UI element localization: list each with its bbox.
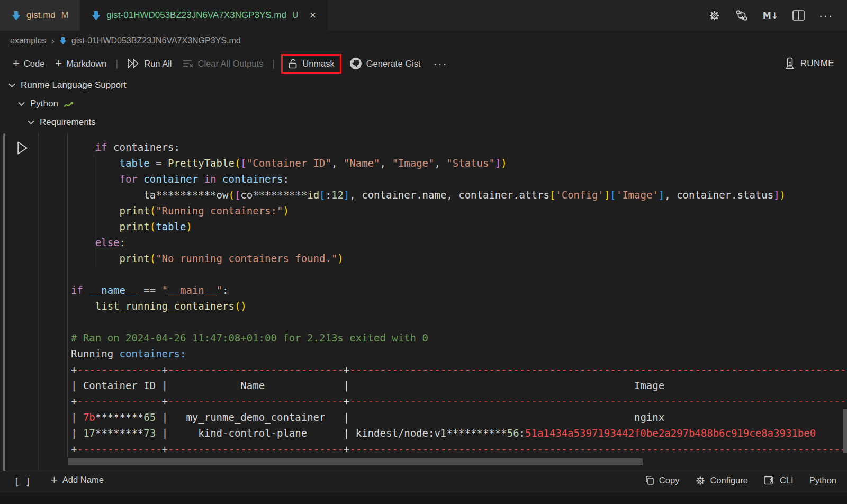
- open-changes-icon[interactable]: [735, 9, 749, 22]
- cell-focus-bar: [3, 133, 5, 473]
- execution-order-label: [ ]: [14, 476, 31, 487]
- tab-label: gist-01HWD053BZ23JN6VA7X3NGP3YS.md: [106, 10, 286, 21]
- clear-all-outputs-button[interactable]: Clear All Outputs: [177, 56, 269, 71]
- outline-label: Runme Language Support: [21, 80, 126, 91]
- more-actions-icon[interactable]: ···: [819, 12, 833, 19]
- outline-label: Python: [30, 98, 58, 109]
- runme-file-icon: [12, 11, 21, 21]
- cell-border: [38, 132, 39, 493]
- add-code-button[interactable]: + Code: [7, 56, 50, 71]
- chevron-right-icon: ›: [51, 35, 54, 47]
- tab-bar: gist.md M gist-01HWD053BZ23JN6VA7X3NGP3Y…: [0, 0, 847, 31]
- unmask-label: Unmask: [302, 59, 335, 69]
- untracked-badge: U: [292, 11, 299, 20]
- generate-gist-button[interactable]: Generate Gist: [344, 55, 426, 73]
- editor-actions: M↓ ···: [708, 0, 847, 31]
- markdown-preview-icon[interactable]: M↓: [763, 11, 778, 21]
- outline-item-requirements[interactable]: Requirements: [28, 117, 96, 128]
- horizontal-scrollbar[interactable]: [68, 458, 643, 465]
- cell-toolbar-right: Copy Configure: [644, 475, 836, 486]
- add-name-label: Add Name: [62, 475, 104, 485]
- tab-label: gist.md: [26, 10, 56, 21]
- run-all-label: Run All: [144, 59, 172, 69]
- plus-icon: +: [13, 59, 20, 68]
- run-cell-button[interactable]: [16, 141, 29, 155]
- generate-gist-label: Generate Gist: [366, 59, 421, 69]
- runme-badge[interactable]: RUNME: [784, 57, 847, 70]
- chevron-down-icon: [18, 102, 25, 106]
- outline-item-runme-language-support[interactable]: Runme Language Support: [8, 80, 126, 91]
- github-icon: [349, 57, 362, 70]
- plus-icon: +: [51, 475, 58, 485]
- snake-icon: [64, 100, 74, 109]
- vertical-scrollbar[interactable]: [843, 409, 847, 453]
- clear-all-icon: [183, 59, 194, 69]
- outline-item-python[interactable]: Python: [18, 98, 74, 109]
- code-editor[interactable]: if containers: table = PrettyTable(["Con…: [71, 139, 847, 457]
- toolbar-separator: |: [272, 58, 275, 69]
- runme-label: RUNME: [800, 58, 834, 69]
- more-cell-actions-icon[interactable]: ···: [434, 60, 448, 67]
- window-bottom-edge: [0, 493, 847, 504]
- copy-icon: [644, 475, 655, 486]
- add-code-label: Code: [24, 59, 44, 69]
- editor-left-border: [67, 133, 68, 457]
- cell-bottom-toolbar: [ ] + Add Name Copy: [0, 471, 847, 493]
- modified-badge: M: [61, 11, 68, 20]
- runme-file-icon: [59, 37, 67, 45]
- plus-icon: +: [55, 59, 62, 68]
- run-all-icon: [127, 58, 140, 69]
- breadcrumb: examples › gist-01HWD053BZ23JN6VA7X3NGP3…: [0, 31, 847, 50]
- split-editor-icon[interactable]: [792, 10, 805, 21]
- play-icon: [16, 141, 29, 155]
- tab-gist-file[interactable]: gist-01HWD053BZ23JN6VA7X3NGP3YS.md U ×: [80, 0, 328, 31]
- chevron-down-icon: [8, 83, 15, 87]
- tab-gist-md[interactable]: gist.md M: [0, 0, 80, 31]
- outline-label: Requirements: [40, 117, 96, 128]
- notebook-toolbar: + Code + Markdown | Run All Clear All Ou…: [0, 50, 847, 77]
- toolbar-separator: |: [115, 58, 118, 69]
- unlock-icon: [288, 58, 298, 69]
- language-picker[interactable]: Python: [809, 475, 836, 485]
- copy-button[interactable]: Copy: [644, 475, 680, 486]
- configure-label: Configure: [710, 475, 748, 485]
- cli-button[interactable]: CLI: [764, 475, 794, 486]
- annotation-highlight-box: Unmask: [281, 54, 341, 74]
- run-all-button[interactable]: Run All: [122, 56, 177, 71]
- add-markdown-button[interactable]: + Markdown: [50, 56, 112, 71]
- cli-icon: [764, 475, 776, 486]
- breadcrumb-file[interactable]: gist-01HWD053BZ23JN6VA7X3NGP3YS.md: [71, 36, 241, 46]
- runme-file-icon: [92, 11, 101, 21]
- close-icon[interactable]: ×: [310, 10, 317, 21]
- chevron-down-icon: [28, 120, 34, 124]
- gear-icon[interactable]: [708, 10, 720, 22]
- copy-label: Copy: [659, 475, 680, 485]
- add-name-button[interactable]: + Add Name: [51, 475, 104, 485]
- clear-all-label: Clear All Outputs: [198, 59, 264, 69]
- gear-icon: [695, 475, 706, 486]
- breadcrumb-folder[interactable]: examples: [10, 36, 46, 46]
- notebook-outline: Runme Language Support Python Requiremen…: [0, 77, 847, 132]
- add-markdown-label: Markdown: [66, 59, 106, 69]
- unmask-button[interactable]: Unmask: [283, 56, 340, 72]
- cli-label: CLI: [780, 475, 794, 485]
- configure-button[interactable]: Configure: [695, 475, 748, 486]
- runme-logo-icon: [784, 57, 796, 70]
